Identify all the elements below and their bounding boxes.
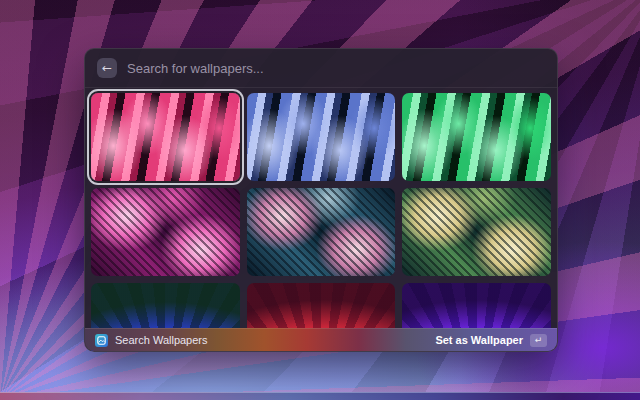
header-divider <box>85 87 557 88</box>
wallpaper-thumb-teal-waves[interactable] <box>247 188 396 276</box>
wallpaper-search-window: ← Search for wallpapers... <box>84 48 558 352</box>
set-as-wallpaper-label: Set as Wallpaper <box>435 334 523 346</box>
return-key-badge: ↵ <box>530 334 547 347</box>
action-bar-left: Search Wallpapers <box>95 334 208 347</box>
wallpaper-image-icon <box>95 334 108 347</box>
search-input[interactable]: Search for wallpapers... <box>127 61 545 76</box>
set-as-wallpaper-action[interactable]: Set as Wallpaper ↵ <box>435 334 547 347</box>
wallpaper-thumb-magenta-waves[interactable] <box>91 188 240 276</box>
back-arrow-icon: ← <box>102 58 112 78</box>
wallpaper-thumb-blue-ribbons[interactable] <box>247 93 396 181</box>
desktop-background: ← Search for wallpapers... <box>0 0 640 400</box>
wallpaper-grid <box>91 93 551 352</box>
wallpaper-thumb-olive-waves[interactable] <box>402 188 551 276</box>
wallpaper-thumb-green-ribbons[interactable] <box>402 93 551 181</box>
back-button[interactable]: ← <box>97 58 117 78</box>
search-header: ← Search for wallpapers... <box>85 49 557 87</box>
footer-app-name: Search Wallpapers <box>115 334 208 346</box>
action-bar: Search Wallpapers Set as Wallpaper ↵ <box>85 328 557 351</box>
wallpaper-thumb-pink-ribbons[interactable] <box>91 93 240 181</box>
desktop-bottom-edge <box>0 392 640 400</box>
